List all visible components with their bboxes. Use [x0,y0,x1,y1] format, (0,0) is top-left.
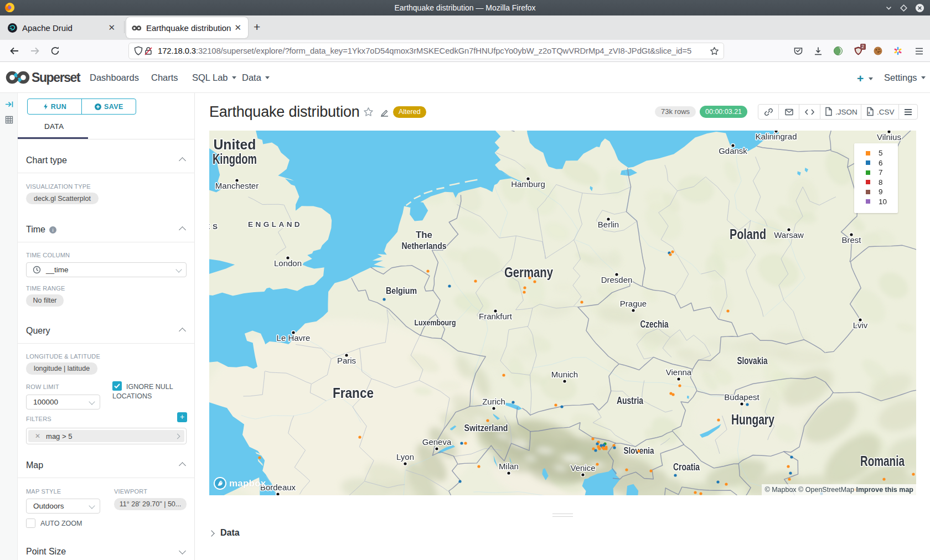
svg-text:ENGLAND: ENGLAND [248,220,302,229]
svg-text:x: x [868,111,870,115]
svg-text:Vienna: Vienna [666,367,692,377]
svg-text:Switzerland: Switzerland [464,423,508,433]
svg-text:Dresden: Dresden [601,275,633,284]
svg-text:Le Havre: Le Havre [277,333,311,343]
svg-text:Zurich: Zurich [482,397,505,406]
svg-text:Milan: Milan [499,462,519,471]
svg-text:Poland: Poland [730,226,766,242]
svg-text:Netherlands: Netherlands [402,241,447,251]
svg-text:Belgium: Belgium [386,286,417,296]
svg-text:Warsaw: Warsaw [774,230,804,240]
svg-text:Venice: Venice [570,463,595,473]
svg-text:Budapest: Budapest [724,392,760,402]
svg-text:The: The [416,230,432,240]
svg-text:Brest: Brest [841,235,861,245]
svg-text:Croatia: Croatia [673,462,700,473]
svg-text:France: France [333,385,374,401]
svg-text:Manchester: Manchester [215,181,259,190]
svg-text:Austria: Austria [617,395,644,406]
svg-text:Kaliningrad: Kaliningrad [755,132,797,141]
svg-text:Romania: Romania [860,453,905,469]
svg-text:Czechia: Czechia [640,319,669,330]
svg-text:ES: ES [209,222,220,231]
svg-text:Hungary: Hungary [731,412,774,427]
svg-text:Slovakia: Slovakia [737,355,768,366]
svg-text:Lyon: Lyon [396,452,414,462]
svg-text:Frankfurt: Frankfurt [479,312,513,321]
svg-text:Paris: Paris [337,356,356,365]
svg-text:Munich: Munich [551,370,578,379]
svg-text:Berlin: Berlin [598,220,619,229]
svg-text:Hamburg: Hamburg [511,179,545,189]
svg-text:United: United [214,137,256,152]
svg-text:Geneva: Geneva [422,437,452,447]
svg-text:London: London [274,258,302,268]
svg-text:Lviv: Lviv [853,320,868,330]
svg-text:Prague: Prague [620,299,647,308]
svg-text:Gdansk: Gdansk [719,146,747,155]
svg-text:Kingdom: Kingdom [213,151,257,167]
svg-text:Luxembourg: Luxembourg [415,318,456,327]
svg-text:Vilnius: Vilnius [877,132,901,142]
